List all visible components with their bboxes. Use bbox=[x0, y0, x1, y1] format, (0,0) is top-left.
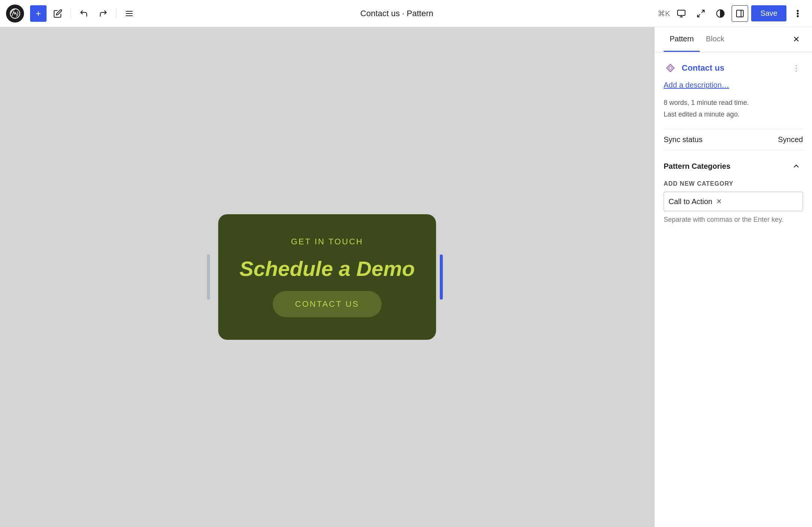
sync-row: Sync status Synced bbox=[664, 129, 803, 150]
list-icon bbox=[125, 9, 134, 18]
list-view-button[interactable] bbox=[121, 5, 137, 22]
svg-rect-10 bbox=[737, 10, 743, 17]
category-hint: Separate with commas or the Enter key. bbox=[664, 216, 803, 224]
more-options-icon bbox=[793, 9, 802, 18]
category-tag: Call to Action ✕ bbox=[669, 197, 723, 206]
sidebar-close-button[interactable]: ✕ bbox=[789, 33, 803, 46]
pattern-cta-button[interactable]: CONTACT US bbox=[273, 291, 382, 317]
svg-line-7 bbox=[702, 10, 704, 13]
add-category-label: ADD NEW CATEGORY bbox=[664, 180, 803, 187]
meta-line2: Last edited a minute ago. bbox=[664, 109, 803, 120]
svg-rect-4 bbox=[678, 10, 685, 15]
pattern-name: Contact us bbox=[682, 63, 785, 73]
chevron-up-icon bbox=[792, 162, 800, 170]
pattern-card-wrapper: GET IN TOUCH Schedule a Demo CONTACT US bbox=[218, 214, 436, 340]
pattern-name-row: Contact us ⋮ bbox=[664, 61, 803, 75]
sync-label: Sync status bbox=[664, 135, 702, 144]
drag-handle-right[interactable] bbox=[440, 254, 443, 300]
title-text: Contact us bbox=[360, 9, 400, 18]
svg-point-13 bbox=[797, 13, 798, 14]
wp-logo-icon bbox=[10, 8, 20, 19]
svg-line-8 bbox=[697, 14, 700, 17]
meta-line1: 8 words, 1 minute read time. bbox=[664, 97, 803, 109]
add-description-link[interactable]: Add a description… bbox=[664, 81, 803, 89]
undo-icon bbox=[79, 9, 88, 18]
pattern-subtitle: GET IN TOUCH bbox=[291, 237, 363, 247]
section-collapse-button[interactable] bbox=[789, 159, 803, 173]
shortcut-text: ⌘K bbox=[658, 9, 670, 18]
pattern-categories-section: Pattern Categories ADD NEW CATEGORY Call… bbox=[664, 159, 803, 224]
category-input-container[interactable]: Call to Action ✕ bbox=[664, 192, 803, 211]
title-suffix: · Pattern bbox=[400, 9, 433, 18]
sidebar-content: Contact us ⋮ Add a description… 8 words,… bbox=[655, 52, 812, 527]
contrast-icon bbox=[716, 9, 725, 18]
sidebar-toggle-button[interactable] bbox=[732, 5, 748, 22]
redo-button[interactable] bbox=[95, 5, 112, 22]
svg-point-12 bbox=[797, 10, 798, 11]
undo-button[interactable] bbox=[75, 5, 92, 22]
toolbar-title-area: Contact us · Pattern ⌘K bbox=[140, 9, 670, 18]
svg-point-14 bbox=[797, 15, 798, 17]
section-title: Pattern Categories bbox=[664, 162, 730, 171]
save-button[interactable]: Save bbox=[751, 5, 786, 21]
edit-icon bbox=[53, 9, 62, 18]
sync-value: Synced bbox=[778, 135, 803, 144]
toolbar: + Contact us · Pattern ⌘K bbox=[0, 0, 812, 27]
pattern-title: Schedule a Demo bbox=[240, 257, 415, 280]
redo-icon bbox=[99, 9, 108, 18]
sidebar-header: Pattern Block ✕ bbox=[655, 27, 812, 52]
desktop-icon bbox=[677, 9, 686, 18]
page-title: Contact us · Pattern bbox=[140, 9, 653, 18]
more-options-button[interactable] bbox=[789, 5, 806, 22]
tab-pattern[interactable]: Pattern bbox=[664, 27, 700, 52]
fullscreen-button[interactable] bbox=[693, 5, 709, 22]
pattern-icon bbox=[664, 61, 677, 75]
separator-1 bbox=[71, 8, 71, 19]
category-tag-remove-button[interactable]: ✕ bbox=[715, 197, 723, 206]
tab-block[interactable]: Block bbox=[700, 27, 730, 52]
edit-icon-button[interactable] bbox=[50, 5, 66, 22]
toolbar-right: Save bbox=[673, 5, 806, 22]
pattern-menu-button[interactable]: ⋮ bbox=[789, 61, 803, 75]
contrast-button[interactable] bbox=[712, 5, 729, 22]
main-area: GET IN TOUCH Schedule a Demo CONTACT US … bbox=[0, 27, 812, 527]
section-header: Pattern Categories bbox=[664, 159, 803, 173]
canvas: GET IN TOUCH Schedule a Demo CONTACT US bbox=[0, 27, 654, 527]
separator-2 bbox=[116, 8, 116, 19]
drag-handle-left[interactable] bbox=[207, 254, 210, 300]
desktop-view-button[interactable] bbox=[673, 5, 690, 22]
pattern-card: GET IN TOUCH Schedule a Demo CONTACT US bbox=[218, 214, 436, 340]
add-block-button[interactable]: + bbox=[30, 5, 47, 22]
fullscreen-icon bbox=[696, 9, 705, 18]
diamond-icon bbox=[665, 63, 676, 73]
sidebar-icon bbox=[735, 9, 744, 18]
wp-logo bbox=[6, 5, 24, 23]
sidebar: Pattern Block ✕ Contact us ⋮ Add a descr… bbox=[654, 27, 812, 527]
category-tag-label: Call to Action bbox=[669, 197, 712, 206]
pattern-meta: 8 words, 1 minute read time. Last edited… bbox=[664, 97, 803, 120]
